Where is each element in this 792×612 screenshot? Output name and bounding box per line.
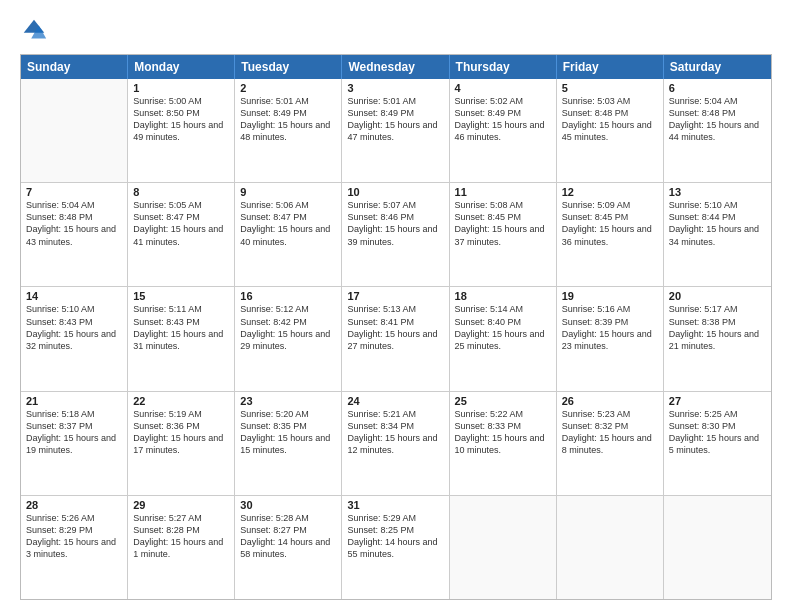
calendar-cell: 16Sunrise: 5:12 AM Sunset: 8:42 PM Dayli… (235, 287, 342, 390)
calendar-cell: 11Sunrise: 5:08 AM Sunset: 8:45 PM Dayli… (450, 183, 557, 286)
cell-info: Sunrise: 5:25 AM Sunset: 8:30 PM Dayligh… (669, 408, 766, 457)
day-number: 7 (26, 186, 122, 198)
day-number: 24 (347, 395, 443, 407)
cell-info: Sunrise: 5:16 AM Sunset: 8:39 PM Dayligh… (562, 303, 658, 352)
cell-info: Sunrise: 5:10 AM Sunset: 8:44 PM Dayligh… (669, 199, 766, 248)
cell-info: Sunrise: 5:04 AM Sunset: 8:48 PM Dayligh… (669, 95, 766, 144)
calendar-row-5: 28Sunrise: 5:26 AM Sunset: 8:29 PM Dayli… (21, 496, 771, 599)
day-number: 11 (455, 186, 551, 198)
day-number: 15 (133, 290, 229, 302)
logo-icon (20, 16, 48, 44)
day-number: 2 (240, 82, 336, 94)
day-number: 18 (455, 290, 551, 302)
cell-info: Sunrise: 5:23 AM Sunset: 8:32 PM Dayligh… (562, 408, 658, 457)
calendar-cell: 18Sunrise: 5:14 AM Sunset: 8:40 PM Dayli… (450, 287, 557, 390)
calendar-cell (450, 496, 557, 599)
cell-info: Sunrise: 5:00 AM Sunset: 8:50 PM Dayligh… (133, 95, 229, 144)
cell-info: Sunrise: 5:12 AM Sunset: 8:42 PM Dayligh… (240, 303, 336, 352)
day-number: 1 (133, 82, 229, 94)
day-number: 30 (240, 499, 336, 511)
cell-info: Sunrise: 5:19 AM Sunset: 8:36 PM Dayligh… (133, 408, 229, 457)
calendar-cell: 25Sunrise: 5:22 AM Sunset: 8:33 PM Dayli… (450, 392, 557, 495)
calendar-cell: 23Sunrise: 5:20 AM Sunset: 8:35 PM Dayli… (235, 392, 342, 495)
header-day-thursday: Thursday (450, 55, 557, 79)
cell-info: Sunrise: 5:13 AM Sunset: 8:41 PM Dayligh… (347, 303, 443, 352)
day-number: 9 (240, 186, 336, 198)
day-number: 23 (240, 395, 336, 407)
day-number: 6 (669, 82, 766, 94)
calendar-header: SundayMondayTuesdayWednesdayThursdayFrid… (21, 55, 771, 79)
calendar-cell: 5Sunrise: 5:03 AM Sunset: 8:48 PM Daylig… (557, 79, 664, 182)
cell-info: Sunrise: 5:01 AM Sunset: 8:49 PM Dayligh… (347, 95, 443, 144)
calendar-cell: 6Sunrise: 5:04 AM Sunset: 8:48 PM Daylig… (664, 79, 771, 182)
cell-info: Sunrise: 5:28 AM Sunset: 8:27 PM Dayligh… (240, 512, 336, 561)
cell-info: Sunrise: 5:20 AM Sunset: 8:35 PM Dayligh… (240, 408, 336, 457)
logo (20, 16, 52, 44)
calendar-cell: 3Sunrise: 5:01 AM Sunset: 8:49 PM Daylig… (342, 79, 449, 182)
cell-info: Sunrise: 5:09 AM Sunset: 8:45 PM Dayligh… (562, 199, 658, 248)
cell-info: Sunrise: 5:05 AM Sunset: 8:47 PM Dayligh… (133, 199, 229, 248)
day-number: 19 (562, 290, 658, 302)
day-number: 16 (240, 290, 336, 302)
calendar-cell: 14Sunrise: 5:10 AM Sunset: 8:43 PM Dayli… (21, 287, 128, 390)
calendar-cell: 29Sunrise: 5:27 AM Sunset: 8:28 PM Dayli… (128, 496, 235, 599)
calendar-cell: 12Sunrise: 5:09 AM Sunset: 8:45 PM Dayli… (557, 183, 664, 286)
cell-info: Sunrise: 5:06 AM Sunset: 8:47 PM Dayligh… (240, 199, 336, 248)
cell-info: Sunrise: 5:04 AM Sunset: 8:48 PM Dayligh… (26, 199, 122, 248)
header-day-wednesday: Wednesday (342, 55, 449, 79)
cell-info: Sunrise: 5:14 AM Sunset: 8:40 PM Dayligh… (455, 303, 551, 352)
calendar-cell: 22Sunrise: 5:19 AM Sunset: 8:36 PM Dayli… (128, 392, 235, 495)
cell-info: Sunrise: 5:27 AM Sunset: 8:28 PM Dayligh… (133, 512, 229, 561)
day-number: 26 (562, 395, 658, 407)
day-number: 12 (562, 186, 658, 198)
day-number: 28 (26, 499, 122, 511)
calendar-cell: 17Sunrise: 5:13 AM Sunset: 8:41 PM Dayli… (342, 287, 449, 390)
calendar-cell: 15Sunrise: 5:11 AM Sunset: 8:43 PM Dayli… (128, 287, 235, 390)
day-number: 21 (26, 395, 122, 407)
calendar-row-2: 7Sunrise: 5:04 AM Sunset: 8:48 PM Daylig… (21, 183, 771, 287)
cell-info: Sunrise: 5:08 AM Sunset: 8:45 PM Dayligh… (455, 199, 551, 248)
calendar-cell (664, 496, 771, 599)
calendar-cell: 24Sunrise: 5:21 AM Sunset: 8:34 PM Dayli… (342, 392, 449, 495)
header (20, 16, 772, 44)
cell-info: Sunrise: 5:01 AM Sunset: 8:49 PM Dayligh… (240, 95, 336, 144)
cell-info: Sunrise: 5:10 AM Sunset: 8:43 PM Dayligh… (26, 303, 122, 352)
cell-info: Sunrise: 5:21 AM Sunset: 8:34 PM Dayligh… (347, 408, 443, 457)
calendar-cell: 31Sunrise: 5:29 AM Sunset: 8:25 PM Dayli… (342, 496, 449, 599)
calendar-cell: 27Sunrise: 5:25 AM Sunset: 8:30 PM Dayli… (664, 392, 771, 495)
header-day-saturday: Saturday (664, 55, 771, 79)
day-number: 8 (133, 186, 229, 198)
day-number: 5 (562, 82, 658, 94)
cell-info: Sunrise: 5:17 AM Sunset: 8:38 PM Dayligh… (669, 303, 766, 352)
day-number: 4 (455, 82, 551, 94)
day-number: 27 (669, 395, 766, 407)
header-day-tuesday: Tuesday (235, 55, 342, 79)
day-number: 3 (347, 82, 443, 94)
cell-info: Sunrise: 5:26 AM Sunset: 8:29 PM Dayligh… (26, 512, 122, 561)
calendar-cell: 21Sunrise: 5:18 AM Sunset: 8:37 PM Dayli… (21, 392, 128, 495)
calendar-cell: 26Sunrise: 5:23 AM Sunset: 8:32 PM Dayli… (557, 392, 664, 495)
calendar-cell: 19Sunrise: 5:16 AM Sunset: 8:39 PM Dayli… (557, 287, 664, 390)
day-number: 31 (347, 499, 443, 511)
calendar-row-4: 21Sunrise: 5:18 AM Sunset: 8:37 PM Dayli… (21, 392, 771, 496)
calendar-row-3: 14Sunrise: 5:10 AM Sunset: 8:43 PM Dayli… (21, 287, 771, 391)
calendar-row-1: 1Sunrise: 5:00 AM Sunset: 8:50 PM Daylig… (21, 79, 771, 183)
cell-info: Sunrise: 5:18 AM Sunset: 8:37 PM Dayligh… (26, 408, 122, 457)
header-day-sunday: Sunday (21, 55, 128, 79)
calendar-cell (21, 79, 128, 182)
day-number: 17 (347, 290, 443, 302)
calendar-cell: 2Sunrise: 5:01 AM Sunset: 8:49 PM Daylig… (235, 79, 342, 182)
calendar-cell: 1Sunrise: 5:00 AM Sunset: 8:50 PM Daylig… (128, 79, 235, 182)
calendar-body: 1Sunrise: 5:00 AM Sunset: 8:50 PM Daylig… (21, 79, 771, 599)
calendar: SundayMondayTuesdayWednesdayThursdayFrid… (20, 54, 772, 600)
cell-info: Sunrise: 5:29 AM Sunset: 8:25 PM Dayligh… (347, 512, 443, 561)
calendar-cell: 28Sunrise: 5:26 AM Sunset: 8:29 PM Dayli… (21, 496, 128, 599)
calendar-cell (557, 496, 664, 599)
day-number: 10 (347, 186, 443, 198)
calendar-cell: 10Sunrise: 5:07 AM Sunset: 8:46 PM Dayli… (342, 183, 449, 286)
cell-info: Sunrise: 5:03 AM Sunset: 8:48 PM Dayligh… (562, 95, 658, 144)
calendar-cell: 13Sunrise: 5:10 AM Sunset: 8:44 PM Dayli… (664, 183, 771, 286)
page: SundayMondayTuesdayWednesdayThursdayFrid… (0, 0, 792, 612)
calendar-cell: 20Sunrise: 5:17 AM Sunset: 8:38 PM Dayli… (664, 287, 771, 390)
cell-info: Sunrise: 5:07 AM Sunset: 8:46 PM Dayligh… (347, 199, 443, 248)
